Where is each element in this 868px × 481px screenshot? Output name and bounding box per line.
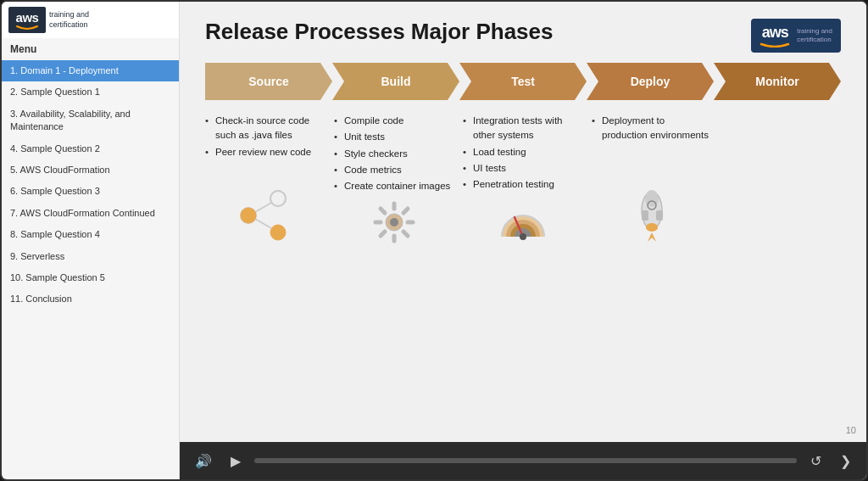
sidebar: aws training and certification Menu 1. D… xyxy=(2,2,180,479)
player-wrapper: aws training and certification Menu 1. D… xyxy=(0,0,868,481)
sidebar-item-11[interactable]: 11. Conclusion xyxy=(2,288,179,310)
svg-point-5 xyxy=(270,191,286,206)
test-icon-area xyxy=(463,193,583,250)
aws-brand-box: aws xyxy=(8,7,46,33)
deploy-icon-area xyxy=(592,182,712,251)
col-build: Compile code Unit tests Style checkers C… xyxy=(334,114,454,250)
player-content: aws training and certification Menu 1. D… xyxy=(2,2,866,479)
aws-logo-word: aws xyxy=(762,24,788,42)
sidebar-item-10[interactable]: 10. Sample Question 5 xyxy=(2,267,179,288)
svg-line-13 xyxy=(381,209,385,213)
sidebar-item-3[interactable]: 3. Availability, Scalability, and Mainte… xyxy=(2,103,179,138)
bullet-build-4: Code metrics xyxy=(334,163,454,177)
sidebar-item-5[interactable]: 5. AWS CloudFormation xyxy=(2,159,179,181)
svg-rect-23 xyxy=(642,210,648,221)
build-icon-area xyxy=(334,195,454,250)
phases-row: Source Build Test Deploy Monitor xyxy=(205,63,841,100)
slide-area: Release Processes Major Phases aws train… xyxy=(180,2,866,442)
svg-point-2 xyxy=(270,225,286,240)
control-bar: 🔊 ▶ ↺ ❯ xyxy=(180,442,866,479)
col-test: Integration tests with other systems Loa… xyxy=(463,114,583,250)
monitor-bullets xyxy=(721,114,841,182)
svg-rect-24 xyxy=(656,210,663,221)
phase-deploy: Deploy xyxy=(587,63,714,100)
aws-training-text: training and certification xyxy=(49,10,89,30)
sidebar-item-8[interactable]: 8. Sample Question 4 xyxy=(2,224,179,245)
deploy-bullets: Deployment to production environments xyxy=(592,114,712,182)
monitor-icon-area xyxy=(721,182,841,251)
svg-marker-26 xyxy=(648,232,656,242)
source-bullets: Check-in source code such as .java files… xyxy=(205,114,326,182)
build-bullets: Compile code Unit tests Style checkers C… xyxy=(334,114,454,195)
forward-button[interactable]: ❯ xyxy=(835,450,856,473)
svg-line-3 xyxy=(255,203,271,212)
bullet-test-2: Load testing xyxy=(463,145,583,159)
phase-build: Build xyxy=(332,63,459,100)
bullet-build-3: Style checkers xyxy=(334,147,454,161)
bullet-test-1: Integration tests with other systems xyxy=(463,114,583,143)
svg-point-20 xyxy=(520,233,526,240)
aws-smile-top-right xyxy=(760,42,790,48)
bullet-test-4: Penetration testing xyxy=(463,177,583,192)
svg-line-14 xyxy=(403,209,408,213)
svg-point-25 xyxy=(646,223,658,232)
sidebar-item-2[interactable]: 2. Sample Question 1 xyxy=(2,81,179,103)
content-area: Check-in source code such as .java files… xyxy=(205,114,841,250)
aws-training-top-right: training andcertification xyxy=(797,27,832,43)
sidebar-item-1[interactable]: 1. Domain 1 - Deployment xyxy=(2,60,179,81)
slide-number: 10 xyxy=(846,425,856,435)
slide-title: Release Processes Major Phases xyxy=(205,19,553,45)
phase-test: Test xyxy=(459,63,587,100)
aws-logo-top-right: aws training andcertification xyxy=(751,19,841,53)
svg-point-6 xyxy=(241,208,256,223)
bullet-test-3: UI tests xyxy=(463,161,583,176)
sidebar-menu-label: Menu xyxy=(2,38,179,60)
phase-monitor: Monitor xyxy=(714,63,841,100)
aws-word: aws xyxy=(16,10,39,25)
col-deploy: Deployment to production environments xyxy=(592,114,712,250)
aws-logo-sidebar: aws training and certification xyxy=(2,2,179,38)
build-icon xyxy=(367,195,422,250)
source-icon xyxy=(236,188,295,243)
bullet-deploy-1: Deployment to production environments xyxy=(592,114,712,143)
play-button[interactable]: ▶ xyxy=(225,450,246,473)
col-source: Check-in source code such as .java files… xyxy=(205,114,326,250)
bullet-source-2: Peer review new code xyxy=(205,145,326,159)
test-bullets: Integration tests with other systems Loa… xyxy=(463,114,583,193)
slide-top-bar: Release Processes Major Phases aws train… xyxy=(205,19,841,53)
volume-button[interactable]: 🔊 xyxy=(190,450,217,473)
phase-source: Source xyxy=(205,63,332,100)
sidebar-item-4[interactable]: 4. Sample Question 2 xyxy=(2,138,179,159)
bullet-build-2: Unit tests xyxy=(334,130,454,144)
progress-bar[interactable] xyxy=(254,458,797,463)
sidebar-item-6[interactable]: 6. Sample Question 3 xyxy=(2,181,179,202)
main-content: Release Processes Major Phases aws train… xyxy=(180,2,866,479)
aws-smile-icon xyxy=(15,25,39,30)
source-icon-area xyxy=(205,182,326,251)
col-monitor xyxy=(721,114,841,250)
sidebar-item-7[interactable]: 7. AWS CloudFormation Continued xyxy=(2,203,179,224)
bullet-source-1: Check-in source code such as .java files xyxy=(205,114,326,143)
deploy-icon xyxy=(629,187,676,246)
svg-line-15 xyxy=(381,232,385,236)
bullet-build-5: Create container images xyxy=(334,179,454,193)
bullet-build-1: Compile code xyxy=(334,114,454,128)
replay-button[interactable]: ↺ xyxy=(805,450,826,473)
test-icon xyxy=(493,199,553,245)
aws-logo-box: aws xyxy=(760,24,790,48)
svg-line-4 xyxy=(255,219,271,228)
svg-line-16 xyxy=(403,232,408,236)
svg-point-18 xyxy=(390,218,398,227)
sidebar-item-9[interactable]: 9. Serverless xyxy=(2,246,179,267)
